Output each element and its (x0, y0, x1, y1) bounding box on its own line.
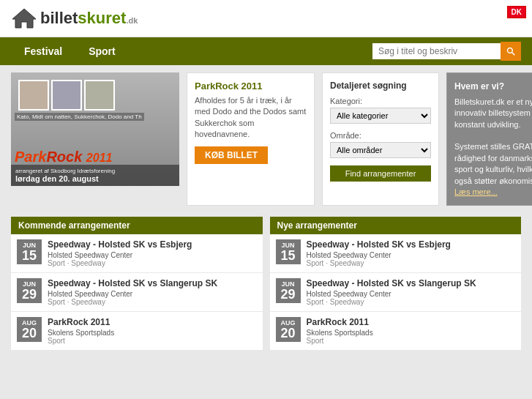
svg-line-2 (512, 53, 515, 56)
event-details: Speedway - Holsted SK vs Esbjerg Holsted… (307, 239, 451, 267)
nav-bar: Festival Sport (0, 37, 532, 65)
event-venue: Holsted Speedway Center (307, 290, 476, 298)
search-input[interactable] (372, 43, 501, 59)
logo-bill: billet (40, 9, 78, 27)
logo-skuret: skuret (78, 9, 126, 27)
event-date: JUN 29 (276, 278, 301, 303)
logo-dk: .dk (126, 16, 138, 25)
event-venue: Holsted Speedway Center (48, 290, 217, 298)
new-events-header: Nye arrangementer (270, 217, 522, 234)
event-venue: Skolens Sportsplads (48, 329, 114, 337)
event-item[interactable]: JUN 29 Speedway - Holsted SK vs Slangeru… (11, 273, 263, 312)
buy-ticket-button[interactable]: KØB BILLET (195, 146, 268, 164)
banner-bottom: arrangeret af Skodborg Idrætsforening lø… (11, 165, 179, 186)
detailed-search-panel: Detaljeret søgning Kategori: Alle katego… (322, 72, 439, 206)
info-box-text2: Systemet stilles GRATIS til rådighed for… (454, 141, 532, 187)
event-category: Sport · Speedway (307, 259, 451, 267)
upcoming-events-list: JUN 15 Speedway - Holsted SK vs Esbjerg … (11, 234, 263, 351)
event-category: Sport · Speedway (307, 298, 476, 306)
search-button[interactable] (501, 42, 521, 61)
event-details: Speedway - Holsted SK vs Slangerup SK Ho… (48, 278, 217, 306)
main-content: Kato, Midt om natten, Sukkerchok, Dodo a… (0, 65, 532, 358)
event-description: Afholdes for 5 år i træk, i år med Dodo … (195, 95, 307, 141)
event-item-title: ParkRock 2011 (307, 317, 373, 327)
upcoming-events-header: Kommende arrangementer (11, 217, 263, 234)
event-details: Speedway - Holsted SK vs Slangerup SK Ho… (307, 278, 476, 306)
event-item-title: Speedway - Holsted SK vs Slangerup SK (48, 278, 217, 288)
event-date: AUG 20 (17, 317, 42, 342)
logo-area[interactable]: billetskuret.dk (11, 7, 138, 29)
search-icon (506, 46, 515, 56)
event-date: JUN 15 (17, 239, 42, 264)
dk-badge: DK (507, 6, 526, 18)
event-item[interactable]: AUG 20 ParkRock 2011 Skolens Sportsplads… (270, 312, 522, 351)
info-box-text1: Billetskuret.dk er et nyt og innovativ b… (454, 97, 532, 130)
event-date: AUG 20 (276, 317, 301, 342)
info-box-link[interactable]: Læs mere... (454, 187, 498, 196)
area-label: Område: (330, 131, 431, 140)
new-events-list: JUN 15 Speedway - Holsted SK vs Esbjerg … (270, 234, 522, 351)
event-item-title: ParkRock 2011 (48, 317, 114, 327)
category-label: Kategori: (330, 97, 431, 105)
banner-artists: Kato, Midt om natten, Sukkerchok, Dodo a… (15, 113, 144, 121)
event-details: ParkRock 2011 Skolens Sportsplads Sport (307, 317, 373, 345)
svg-point-1 (508, 48, 513, 53)
nav-festival[interactable]: Festival (11, 40, 75, 63)
event-category: Sport (307, 337, 373, 345)
event-title: ParkRock 2011 (195, 81, 307, 92)
event-details: ParkRock 2011 Skolens Sportsplads Sport (48, 317, 114, 345)
new-events-column: Nye arrangementer JUN 15 Speedway - Hols… (270, 217, 522, 351)
event-date: JUN 15 (276, 239, 301, 264)
header: billetskuret.dk (0, 0, 532, 37)
detailed-search-title: Detaljeret søgning (330, 81, 431, 91)
event-item-title: Speedway - Holsted SK vs Esbjerg (307, 239, 451, 250)
event-info-panel: ParkRock 2011 Afholdes for 5 år i træk, … (187, 72, 315, 206)
nav-links: Festival Sport (11, 40, 129, 63)
featured-section: Kato, Midt om natten, Sukkerchok, Dodo a… (11, 72, 521, 206)
event-item-title: Speedway - Holsted SK vs Esbjerg (48, 239, 192, 250)
event-date: JUN 29 (17, 278, 42, 303)
parkrock-brand: ParkRock 2011 (15, 149, 112, 165)
info-box-title: Hvem er vi? (454, 81, 532, 93)
event-category: Sport (48, 337, 114, 345)
svg-marker-0 (12, 9, 36, 28)
event-item[interactable]: JUN 29 Speedway - Holsted SK vs Slangeru… (270, 273, 522, 312)
event-item[interactable]: JUN 15 Speedway - Holsted SK vs Esbjerg … (270, 234, 522, 273)
events-section: Kommende arrangementer JUN 15 Speedway -… (11, 217, 521, 351)
event-item[interactable]: JUN 15 Speedway - Holsted SK vs Esbjerg … (11, 234, 263, 273)
event-category: Sport · Speedway (48, 298, 217, 306)
area-select[interactable]: Alle områder (330, 142, 431, 158)
banner-image: Kato, Midt om natten, Sukkerchok, Dodo a… (11, 72, 179, 186)
event-venue: Holsted Speedway Center (48, 251, 192, 259)
banner-photo-row (15, 76, 119, 114)
find-events-button[interactable]: Find arrangementer (330, 165, 431, 182)
event-category: Sport · Speedway (48, 259, 192, 267)
parkrock-date: lørdag den 20. august (15, 174, 175, 183)
event-item[interactable]: AUG 20 ParkRock 2011 Skolens Sportsplads… (11, 312, 263, 351)
event-venue: Holsted Speedway Center (307, 251, 451, 259)
parkrock-org: arrangeret af Skodborg Idrætsforening (15, 168, 175, 174)
event-details: Speedway - Holsted SK vs Esbjerg Holsted… (48, 239, 192, 267)
info-box: Hvem er vi? Billetskuret.dk er et nyt og… (446, 72, 532, 206)
nav-sport[interactable]: Sport (75, 40, 129, 63)
logo-house-icon (11, 7, 37, 29)
event-item-title: Speedway - Holsted SK vs Slangerup SK (307, 278, 476, 288)
category-select[interactable]: Alle kategorier (330, 108, 431, 124)
upcoming-events-column: Kommende arrangementer JUN 15 Speedway -… (11, 217, 263, 351)
search-area (372, 42, 521, 61)
event-venue: Skolens Sportsplads (307, 329, 373, 337)
logo-text: billetskuret.dk (40, 9, 138, 28)
